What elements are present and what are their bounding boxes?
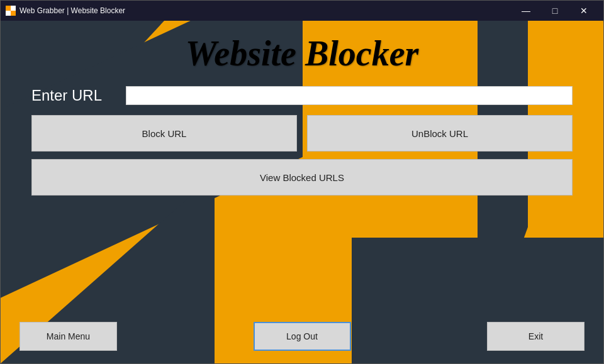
view-blocked-row: View Blocked URLS bbox=[31, 159, 573, 196]
block-unblock-row: Block URL UnBlock URL bbox=[31, 115, 573, 152]
unblock-url-button[interactable]: UnBlock URL bbox=[307, 115, 573, 152]
exit-button[interactable]: Exit bbox=[487, 322, 584, 351]
url-row: Enter URL bbox=[31, 86, 573, 105]
svg-rect-2 bbox=[11, 6, 16, 11]
url-input[interactable] bbox=[126, 86, 573, 105]
block-url-button[interactable]: Block URL bbox=[31, 115, 297, 152]
minimize-button[interactable]: — bbox=[512, 1, 540, 21]
view-blocked-button[interactable]: View Blocked URLS bbox=[31, 159, 573, 196]
titlebar: Web Grabber | Website Blocker — □ ✕ bbox=[1, 1, 603, 21]
url-label: Enter URL bbox=[31, 87, 113, 104]
main-menu-button[interactable]: Main Menu bbox=[20, 322, 117, 351]
close-button[interactable]: ✕ bbox=[569, 1, 598, 21]
logout-button[interactable]: Log Out bbox=[254, 322, 351, 351]
svg-rect-1 bbox=[11, 11, 16, 16]
titlebar-controls: — □ ✕ bbox=[512, 1, 598, 21]
app-icon bbox=[6, 6, 16, 16]
maximize-button[interactable]: □ bbox=[540, 1, 569, 21]
titlebar-left: Web Grabber | Website Blocker bbox=[6, 6, 125, 16]
content-overlay: Website Blocker Enter URL Block URL UnBl… bbox=[1, 21, 603, 363]
app-window: Web Grabber | Website Blocker — □ ✕ Webs… bbox=[0, 0, 604, 364]
app-title: Website Blocker bbox=[186, 33, 419, 74]
main-content: Website Blocker Enter URL Block URL UnBl… bbox=[1, 21, 603, 363]
titlebar-title: Web Grabber | Website Blocker bbox=[20, 6, 125, 15]
bottom-bar: Main Menu Log Out Exit bbox=[1, 322, 603, 351]
svg-rect-0 bbox=[6, 6, 11, 11]
svg-rect-3 bbox=[6, 11, 11, 16]
